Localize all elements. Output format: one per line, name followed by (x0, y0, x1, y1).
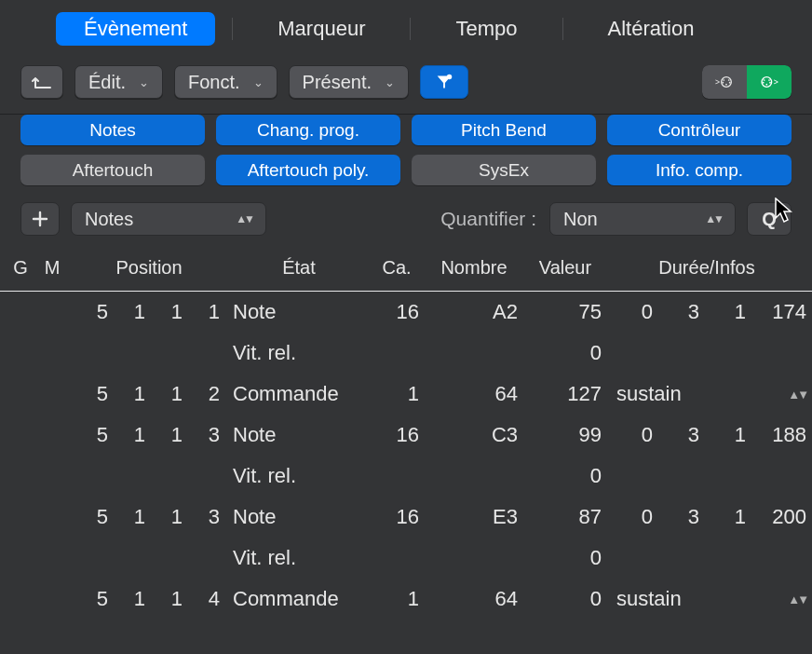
midi-out-button[interactable]: > (747, 65, 792, 99)
table-row[interactable]: 5111Note16A275031174 (0, 292, 812, 333)
col-length[interactable]: Durée/Infos (607, 257, 806, 279)
quantize-button[interactable]: Q (747, 202, 792, 236)
plus-icon (32, 211, 48, 227)
midi-filter-icon (434, 72, 454, 92)
table-row[interactable]: 5112Commande164127sustain▲▼ (0, 374, 812, 415)
table-row[interactable]: Vit. rel.0 (0, 538, 812, 579)
cell-channel[interactable]: 1 (369, 382, 425, 406)
cell-status[interactable]: Vit. rel. (229, 546, 369, 570)
col-position[interactable]: Position (69, 257, 229, 279)
event-table-body: 5111Note16A275031174Vit. rel.05112Comman… (0, 292, 812, 620)
cell-channel[interactable]: 16 (369, 423, 425, 447)
cell-status[interactable]: Commande (229, 587, 369, 611)
filter-notes[interactable]: Notes (20, 115, 205, 145)
insert-quantize-row: Notes ▲▼ Quantifier : Non ▲▼ Q (0, 198, 812, 247)
svg-point-0 (447, 75, 453, 80)
quantize-value: Non (563, 209, 598, 230)
cell-position[interactable]: 5111 (69, 300, 229, 324)
updown-icon: ▲▼ (788, 388, 806, 402)
col-value[interactable]: Valeur (523, 257, 607, 279)
chevron-down-icon: ⌄ (253, 75, 264, 89)
svg-point-6 (729, 82, 731, 84)
filter-pitch-bend[interactable]: Pitch Bend (412, 115, 596, 145)
cell-length[interactable]: 031174 (607, 300, 806, 324)
table-row[interactable]: 5113Note16C399031188 (0, 415, 812, 456)
cell-position[interactable]: 5112 (69, 382, 229, 406)
filter-aftertouch[interactable]: Aftertouch (20, 155, 205, 185)
quantize-select[interactable]: Non ▲▼ (549, 202, 736, 236)
cell-value[interactable]: 0 (523, 587, 607, 611)
cell-position[interactable]: 5113 (69, 423, 229, 447)
filter-program-change[interactable]: Chang. prog. (216, 115, 400, 145)
cell-value[interactable]: 0 (523, 546, 607, 570)
cell-value[interactable]: 87 (523, 505, 607, 529)
tab-signature[interactable]: Altération (580, 12, 723, 46)
cell-status[interactable]: Vit. rel. (229, 464, 369, 488)
cell-value[interactable]: 0 (523, 341, 607, 365)
svg-point-12 (769, 82, 771, 84)
svg-point-5 (722, 82, 724, 84)
col-status[interactable]: État (229, 257, 369, 279)
cell-channel[interactable]: 16 (369, 505, 425, 529)
cell-length[interactable]: 031188 (607, 423, 806, 447)
cell-info-select[interactable]: sustain▲▼ (607, 382, 806, 406)
tab-tempo[interactable]: Tempo (427, 12, 545, 46)
add-event-button[interactable] (20, 202, 60, 236)
insert-type-select[interactable]: Notes ▲▼ (71, 202, 266, 236)
svg-text:>: > (774, 77, 778, 87)
tab-event[interactable]: Évènement (56, 12, 215, 46)
filter-meta[interactable]: Info. comp. (607, 155, 792, 185)
cell-number[interactable]: A2 (425, 300, 523, 324)
table-row[interactable]: Vit. rel.0 (0, 333, 812, 374)
event-type-filters: Notes Chang. prog. Pitch Bend Contrôleur… (0, 115, 812, 198)
midi-in-button[interactable]: > (702, 65, 747, 99)
col-m[interactable]: M (35, 257, 69, 279)
filter-sysex[interactable]: SysEx (412, 155, 596, 185)
filter-poly-aftertouch[interactable]: Aftertouch poly. (216, 155, 400, 185)
cell-position[interactable]: 5114 (69, 587, 229, 611)
updown-icon: ▲▼ (788, 593, 806, 606)
functions-menu[interactable]: Fonct. ⌄ (174, 65, 277, 99)
filter-controller[interactable]: Contrôleur (607, 115, 792, 145)
catch-playhead-button[interactable] (20, 65, 63, 99)
cell-length[interactable]: 031200 (607, 505, 806, 529)
cell-position[interactable]: 5113 (69, 505, 229, 529)
cell-status[interactable]: Note (229, 423, 369, 447)
table-row[interactable]: Vit. rel.0 (0, 456, 812, 497)
cell-info-value: sustain (616, 382, 682, 406)
cell-value[interactable]: 99 (523, 423, 607, 447)
col-channel[interactable]: Ca. (369, 257, 425, 279)
cell-status[interactable]: Vit. rel. (229, 341, 369, 365)
cell-status[interactable]: Note (229, 505, 369, 529)
functions-menu-label: Fonct. (188, 72, 240, 93)
cell-value[interactable]: 75 (523, 300, 607, 324)
cell-info-select[interactable]: sustain▲▼ (607, 587, 806, 611)
cell-status[interactable]: Note (229, 300, 369, 324)
midi-filter-button[interactable] (420, 65, 468, 99)
cell-channel[interactable]: 16 (369, 300, 425, 324)
col-g[interactable]: G (6, 257, 35, 279)
tab-separator (232, 18, 233, 40)
svg-point-13 (765, 84, 767, 86)
view-menu[interactable]: Présent. ⌄ (289, 65, 409, 99)
midi-in-icon: > (715, 72, 734, 92)
edit-menu-label: Édit. (88, 72, 126, 93)
cell-number[interactable]: 64 (425, 382, 523, 406)
cell-info-value: sustain (616, 587, 682, 611)
tab-marker[interactable]: Marqueur (250, 12, 393, 46)
table-row[interactable]: 5114Commande1640sustain▲▼ (0, 579, 812, 620)
updown-icon: ▲▼ (705, 212, 722, 225)
cell-value[interactable]: 0 (523, 464, 607, 488)
cell-number[interactable]: C3 (425, 423, 523, 447)
cell-channel[interactable]: 1 (369, 587, 425, 611)
cell-status[interactable]: Commande (229, 382, 369, 406)
table-row[interactable]: 5113Note16E387031200 (0, 497, 812, 538)
cell-number[interactable]: E3 (425, 505, 523, 529)
svg-text:>: > (715, 77, 720, 87)
chevron-down-icon: ⌄ (139, 75, 149, 89)
edit-menu[interactable]: Édit. ⌄ (74, 65, 163, 99)
cell-value[interactable]: 127 (523, 382, 607, 406)
svg-point-9 (764, 79, 765, 81)
cell-number[interactable]: 64 (425, 587, 523, 611)
col-number[interactable]: Nombre (425, 257, 523, 279)
